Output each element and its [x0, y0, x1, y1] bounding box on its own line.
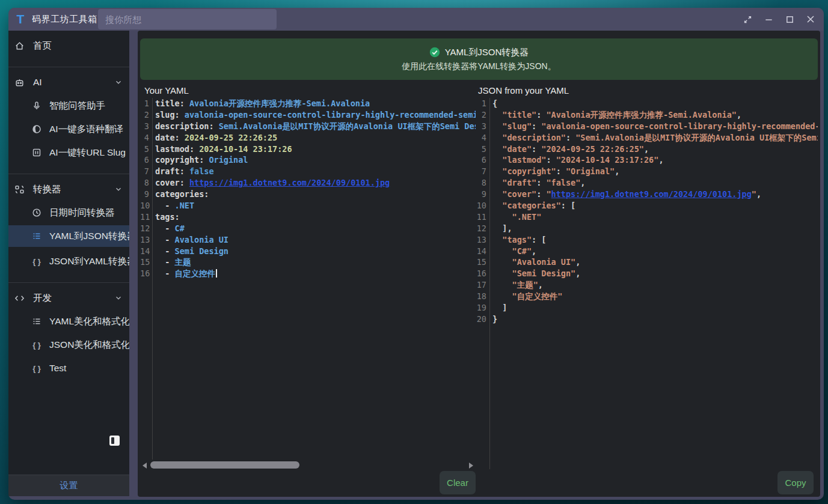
json-output[interactable]: { "title": "Avalonia开源控件库强力推荐-Semi.Avalo…: [490, 98, 818, 469]
clock-icon: [31, 207, 42, 218]
yaml-pane: Your YAML 12345678910111213141516 title:…: [140, 85, 476, 497]
scroll-right-icon[interactable]: [469, 463, 473, 469]
banner-title: YAML到JSON转换器: [445, 47, 529, 58]
window-controls: [741, 8, 817, 31]
braces-icon: { }: [31, 339, 42, 350]
sidebar-divider: [8, 282, 129, 283]
sidebar-item-home[interactable]: 首页: [8, 37, 129, 55]
clear-button[interactable]: Clear: [440, 471, 476, 494]
sidebar-item-qa-assistant[interactable]: 智能问答助手: [8, 97, 129, 115]
sidebar-item-json-beautify[interactable]: { } JSON美化和格式化: [8, 336, 129, 354]
sidebar-section-converters[interactable]: 转换器: [8, 180, 129, 198]
sidebar-section-label: AI: [33, 77, 42, 88]
sidebar: 首页 AI 智能问答助手: [8, 31, 129, 496]
app-window: T 码界工坊工具箱 首页: [8, 8, 824, 500]
braces-icon: { }: [31, 363, 42, 374]
sidebar-divider: [8, 67, 129, 67]
sidebar-item-label: YAML到JSON转换器: [49, 230, 129, 243]
sidebar-item-label: 智能问答助手: [49, 100, 105, 112]
chevron-down-icon[interactable]: [114, 185, 123, 193]
list-icon: [31, 316, 42, 327]
yaml-editor[interactable]: 12345678910111213141516 title: Avalonia开…: [140, 98, 476, 460]
sidebar-footer: 设置: [8, 475, 129, 496]
sidebar-item-datetime-converter[interactable]: 日期时间转换器: [8, 204, 129, 222]
search-input[interactable]: [98, 9, 277, 29]
robot-icon: [14, 77, 25, 88]
transform-icon: [14, 184, 25, 195]
app-title: 码界工坊工具箱: [32, 14, 97, 25]
banner-subtitle: 使用此在线转换器将YAML转换为JSON。: [402, 61, 556, 72]
title-bar: T 码界工坊工具箱: [8, 8, 824, 31]
list-icon: [31, 231, 42, 241]
sidebar-item-test[interactable]: { } Test: [8, 359, 129, 377]
braces-icon: { }: [31, 256, 42, 267]
scroll-left-icon[interactable]: [143, 463, 147, 469]
sidebar-section-dev[interactable]: 开发: [8, 289, 129, 307]
settings-link[interactable]: 设置: [60, 480, 78, 491]
json-line-numbers: 1234567891011121314151617181920: [476, 98, 490, 469]
sidebar-section-label: 转换器: [33, 183, 61, 196]
sidebar-section-label: 开发: [33, 292, 52, 305]
sidebar-item-label: AI一键多语种翻译: [49, 123, 123, 136]
home-icon: [14, 41, 25, 51]
minimize-icon[interactable]: [762, 13, 774, 25]
yaml-pane-header: Your YAML: [140, 85, 476, 98]
sidebar-item-json-to-yaml[interactable]: { } JSON到YAML转换器: [8, 252, 129, 270]
sidebar-item-label: AI一键转URL Slug: [49, 147, 126, 159]
json-pane-header: JSON from your YAML: [476, 85, 818, 98]
chevron-down-icon[interactable]: [114, 78, 123, 87]
chevron-down-icon[interactable]: [114, 294, 123, 302]
sidebar-divider: [8, 174, 129, 174]
yaml-input[interactable]: title: Avalonia开源控件库强力推荐-Semi.Avaloniasl…: [153, 98, 476, 460]
sidebar-item-ai-translate[interactable]: AI一键多语种翻译: [8, 120, 129, 138]
sidebar-item-label: 日期时间转换器: [49, 207, 115, 219]
json-editor[interactable]: 1234567891011121314151617181920 { "title…: [476, 98, 818, 469]
json-pane: JSON from your YAML 12345678910111213141…: [476, 85, 818, 497]
copy-button[interactable]: Copy: [777, 471, 814, 494]
check-circle-icon: [429, 47, 440, 58]
sidebar-item-label: JSON到YAML转换器: [49, 255, 129, 268]
moon-globe-icon: [31, 124, 42, 135]
tool-banner: YAML到JSON转换器 使用此在线转换器将YAML转换为JSON。: [140, 38, 818, 80]
sidebar-item-yaml-beautify[interactable]: YAML美化和格式化: [8, 312, 129, 330]
sidebar-item-label: JSON美化和格式化: [49, 339, 129, 351]
maximize-icon[interactable]: [784, 13, 796, 25]
sidebar-item-label: 首页: [33, 40, 52, 52]
scrollbar-thumb[interactable]: [150, 461, 299, 469]
sidebar-item-label: Test: [49, 363, 66, 374]
main-content: YAML到JSON转换器 使用此在线转换器将YAML转换为JSON。 Your …: [138, 31, 820, 497]
close-icon[interactable]: [805, 13, 817, 25]
yaml-horizontal-scrollbar: [140, 461, 476, 469]
app-logo-icon: T: [14, 13, 27, 26]
code-icon: [14, 293, 25, 303]
yaml-line-numbers: 12345678910111213141516: [140, 98, 153, 460]
microphone-icon: [31, 100, 42, 111]
pause-square-icon: [31, 147, 42, 158]
sidebar-item-ai-url-slug[interactable]: AI一键转URL Slug: [8, 144, 129, 162]
fullscreen-icon[interactable]: [741, 13, 753, 25]
sidebar-collapse-icon[interactable]: [109, 436, 120, 446]
sidebar-section-ai[interactable]: AI: [8, 73, 129, 91]
sidebar-item-yaml-to-json[interactable]: YAML到JSON转换器: [8, 225, 129, 247]
sidebar-item-label: YAML美化和格式化: [49, 315, 129, 328]
